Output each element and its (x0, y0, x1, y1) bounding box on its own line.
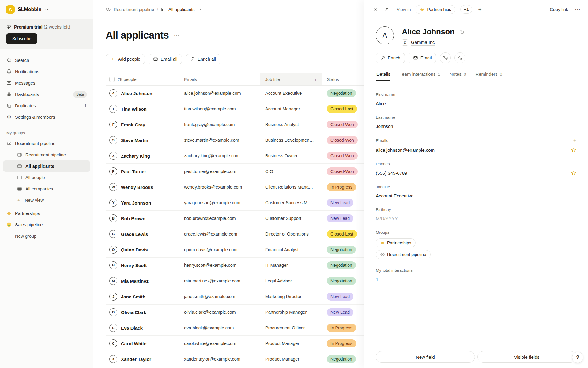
select-all-checkbox[interactable] (109, 77, 115, 82)
person-name-cell[interactable]: Henry Scott (121, 263, 147, 268)
table-row[interactable]: J Jane Smith jane.smith@example.com Mark… (106, 289, 364, 305)
table-row[interactable]: Z Zachary King zachary.king@example.com … (106, 148, 364, 164)
table-row[interactable]: O Olivia Clark olivia.clark@example.com … (106, 305, 364, 320)
person-name-cell[interactable]: Zachary King (121, 153, 150, 159)
email-cell[interactable]: bob.brown@example.com (179, 211, 260, 226)
email-cell[interactable]: quinn.davis@example.com (179, 242, 260, 257)
subscribe-button[interactable]: Subscribe (6, 33, 37, 44)
close-button[interactable] (372, 6, 379, 13)
email-cell[interactable]: grace.lewis@example.com (179, 226, 260, 242)
group-partnerships[interactable]: Partnerships (3, 208, 90, 219)
email-cell[interactable]: alice.johnson@example.com (179, 86, 260, 101)
job-title-cell[interactable]: Legal Advisor (260, 273, 322, 289)
sidebar-item-notifications[interactable]: Notifications (3, 66, 90, 77)
person-name-cell[interactable]: Alice Johnson (121, 91, 153, 96)
job-title-value[interactable]: Account Executive (376, 193, 413, 198)
job-title-cell[interactable]: Business Owner (260, 148, 322, 163)
status-badge[interactable]: In Progress (327, 339, 356, 347)
tab-team-interactions[interactable]: Team interactions1 (400, 71, 440, 81)
email-cell[interactable]: eva.black@example.com (179, 320, 260, 335)
sidebar-item-duplicates[interactable]: Duplicates 1 (3, 100, 90, 111)
table-row[interactable]: B Bob Brown bob.brown@example.com Custom… (106, 211, 364, 226)
status-column-header[interactable]: Status (322, 73, 364, 85)
status-badge[interactable]: New Lead (327, 199, 353, 207)
job-title-cell[interactable]: Financial Analyst (260, 242, 322, 257)
table-row[interactable]: W Wendy Brooks wendy.brooks@example.com … (106, 179, 364, 195)
star-icon[interactable] (571, 170, 576, 176)
email-cell[interactable]: jane.smith@example.com (179, 289, 260, 304)
chevron-down-icon[interactable] (198, 7, 202, 12)
group-recruitment-pipeline[interactable]: Recruitment pipeline (3, 138, 90, 149)
status-badge[interactable]: New Lead (327, 214, 353, 222)
email-cell[interactable]: olivia.clark@example.com (179, 305, 260, 320)
person-name-cell[interactable]: Yara Johnson (121, 200, 151, 205)
job-title-cell[interactable]: Customer Success M… (260, 195, 322, 210)
call-button[interactable] (454, 52, 466, 63)
person-name-cell[interactable]: Bob Brown (121, 216, 145, 221)
person-name-cell[interactable]: Wendy Brooks (121, 185, 153, 190)
status-badge[interactable]: Closed-Won (327, 167, 358, 175)
sidebar-item-messages[interactable]: Messages (3, 77, 90, 89)
status-badge[interactable]: New Lead (327, 308, 353, 316)
view-recruitment-pipeline[interactable]: Recruitment pipeline (3, 149, 90, 160)
last-name-value[interactable]: Johnson (376, 124, 393, 129)
title-more-button[interactable]: ⋯ (174, 32, 180, 39)
person-name-cell[interactable]: Eva Black (121, 325, 143, 331)
copy-link-button[interactable]: Copy link (550, 7, 568, 12)
job-title-cell[interactable]: IT Manager (260, 258, 322, 273)
phone-value[interactable]: (555) 345-6789 (376, 171, 407, 176)
sidebar-item-search[interactable]: Search (3, 55, 90, 66)
status-badge[interactable]: Negotiation (327, 277, 356, 285)
star-icon[interactable] (571, 147, 576, 153)
email-value[interactable]: alice.johnson@example.com (376, 148, 435, 153)
enrich-button[interactable]: Enrich (376, 53, 405, 63)
email-cell[interactable]: tina.wilson@example.com (179, 101, 260, 117)
table-row[interactable]: E Eva Black eva.black@example.com Procur… (106, 320, 364, 336)
email-button[interactable]: Email (409, 53, 436, 63)
birthday-input[interactable]: M/D/YYYY (376, 216, 398, 221)
job-title-cell[interactable]: Partnership Manager (260, 305, 322, 320)
tab-notes[interactable]: Notes0 (450, 71, 466, 81)
status-badge[interactable]: In Progress (327, 324, 356, 332)
person-name-cell[interactable]: Paul Turner (121, 169, 146, 174)
person-name-cell[interactable]: Tina Wilson (121, 106, 147, 112)
table-row[interactable]: H Henry Scott henry.scott@example.com IT… (106, 258, 364, 273)
person-name-cell[interactable]: Quinn Davis (121, 247, 148, 252)
job-title-cell[interactable]: CIO (260, 164, 322, 179)
view-all-applicants[interactable]: All applicants (3, 160, 90, 172)
person-name-cell[interactable]: Steve Martin (121, 138, 148, 143)
table-row[interactable]: T Tina Wilson tina.wilson@example.com Ac… (106, 101, 364, 117)
new-view-button[interactable]: + New view (3, 194, 90, 206)
job-title-cell[interactable]: Procurement Officer (260, 320, 322, 335)
table-row[interactable]: G Grace Lewis grace.lewis@example.com Di… (106, 226, 364, 242)
person-name-cell[interactable]: Grace Lewis (121, 232, 148, 237)
email-cell[interactable]: yara.johnson@example.com (179, 195, 260, 210)
tab-details[interactable]: Details (376, 71, 390, 81)
job-title-cell[interactable]: Business Analyst (260, 117, 322, 132)
email-cell[interactable]: steve.martin@example.com (179, 132, 260, 148)
job-title-cell[interactable]: Marketing Director (260, 289, 322, 304)
status-badge[interactable]: Negotiation (327, 355, 356, 363)
table-row[interactable]: M Mia Martinez mia.martinez@example.com … (106, 273, 364, 289)
email-cell[interactable]: paul.turner@example.com (179, 164, 260, 179)
enrich-all-button[interactable]: Enrich all (186, 54, 221, 64)
email-cell[interactable]: mia.martinez@example.com (179, 273, 260, 289)
job-title-cell[interactable]: Product Manager (260, 351, 322, 367)
person-name-cell[interactable]: Xander Taylor (121, 357, 151, 362)
table-row[interactable]: X Xander Taylor xander.taylor@example.co… (106, 351, 364, 367)
table-row[interactable]: A Alice Johnson alice.johnson@example.co… (106, 86, 364, 101)
job-title-column-header[interactable]: Job title ↑ (260, 73, 322, 85)
breadcrumb-group[interactable]: Recruitment pipeline (114, 7, 154, 12)
table-row[interactable]: S Steve Martin steve.martin@example.com … (106, 132, 364, 148)
tab-reminders[interactable]: Reminders0 (475, 71, 502, 81)
table-row[interactable]: Q Quinn Davis quinn.davis@example.com Fi… (106, 242, 364, 258)
job-title-cell[interactable]: Director of Operations (260, 226, 322, 242)
group-pill-partnerships[interactable]: Partnerships (376, 238, 416, 247)
workspace-switcher[interactable]: S SLMobbin (0, 0, 93, 19)
job-title-cell[interactable]: Business Developmen… (260, 132, 322, 148)
person-name-cell[interactable]: Mia Martinez (121, 278, 149, 284)
more-options-button[interactable]: ⋯ (575, 6, 581, 13)
status-badge[interactable]: Negotiation (327, 89, 356, 97)
group-pill-recruitment-pipeline[interactable]: Recruitment pipeline (376, 250, 431, 259)
group-sales-pipeline[interactable]: Sales pipeline (3, 219, 90, 230)
